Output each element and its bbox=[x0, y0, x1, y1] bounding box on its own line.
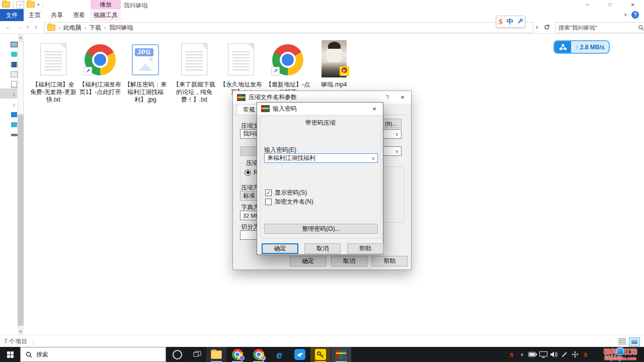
speaker-icon[interactable] bbox=[548, 351, 559, 358]
chevron-down-icon[interactable]: ∨ bbox=[395, 132, 398, 137]
taskbar-edge-button[interactable]: e bbox=[269, 347, 289, 362]
qat-folder-icon[interactable] bbox=[2, 2, 10, 8]
nav-icon-music[interactable]: ♪ bbox=[11, 101, 18, 109]
nav-scrollbar-thumb[interactable] bbox=[18, 42, 24, 115]
explorer-search-input[interactable]: 搜索"我叫哆啦" bbox=[555, 22, 644, 33]
move-handle-icon[interactable] bbox=[570, 351, 580, 358]
qat-newfolder-icon[interactable] bbox=[27, 2, 35, 8]
taskbar-chrome-button-1[interactable] bbox=[227, 347, 248, 362]
xunlei-bird-icon bbox=[294, 349, 305, 360]
refresh-icon[interactable] bbox=[543, 24, 550, 31]
key-icon bbox=[315, 349, 326, 360]
nav-icon-desktop[interactable] bbox=[11, 111, 18, 119]
nav-icon-pictures[interactable] bbox=[11, 70, 18, 78]
file-item[interactable]: 【永久地址发布页】.txt bbox=[218, 40, 264, 96]
show-password-checkbox[interactable]: ✓ 显示密码(S) bbox=[265, 189, 307, 197]
taskbar-xunlei-button[interactable] bbox=[290, 347, 310, 362]
organize-passwords-button[interactable]: 整理密码(O)... bbox=[264, 224, 378, 234]
nav-icon-videos[interactable] bbox=[11, 60, 18, 68]
nav-icon-local-disk[interactable] bbox=[11, 131, 18, 139]
rar-help-button[interactable]: 帮助 bbox=[372, 256, 408, 266]
search-icon bbox=[26, 351, 32, 358]
cloud-upload-widget[interactable]: ↑ 2.8 MB/s bbox=[553, 40, 610, 54]
taskbar-search-input[interactable]: 搜索 bbox=[20, 347, 166, 362]
tab-file[interactable]: 文件 bbox=[0, 9, 24, 21]
password-combo[interactable]: 来福利江湖找福利 ∨ bbox=[264, 153, 378, 163]
dialog-close-icon[interactable]: × bbox=[398, 94, 407, 101]
start-button[interactable] bbox=[0, 347, 20, 362]
password-dialog-titlebar[interactable]: 输入密码 × bbox=[257, 103, 383, 115]
tab-home[interactable]: 主页 bbox=[24, 9, 46, 21]
maximize-button[interactable]: □ bbox=[599, 0, 621, 9]
encrypt-filenames-checkbox[interactable]: 加密文件名(N) bbox=[265, 198, 313, 206]
nav-icon-3d-objects[interactable] bbox=[11, 121, 18, 129]
explorer-icon bbox=[211, 350, 222, 359]
taskbar-explorer-button[interactable] bbox=[206, 347, 226, 362]
file-item[interactable]: ↗ 【福利江湖发布页1】-点此打开 bbox=[77, 40, 123, 96]
forward-icon[interactable]: → bbox=[16, 23, 23, 31]
cortana-button[interactable] bbox=[167, 347, 187, 362]
chevron-down-icon[interactable]: ∨ bbox=[371, 156, 375, 161]
dialog-close-icon[interactable]: × bbox=[370, 105, 379, 113]
sogou-tray-icon[interactable]: S bbox=[506, 351, 517, 358]
sogou-wrench-icon[interactable] bbox=[517, 19, 523, 25]
player-badge-icon: ▶ Play bbox=[340, 66, 349, 76]
breadcrumb-this-pc[interactable]: 此电脑 bbox=[60, 24, 85, 32]
scroll-up-icon[interactable]: ∧ bbox=[18, 34, 24, 41]
file-name: 【来了就能下载的论坛，纯免费！】.txt bbox=[171, 81, 217, 104]
nav-icon-this-pc[interactable] bbox=[11, 40, 18, 48]
qat-properties-icon[interactable]: ✓ bbox=[17, 1, 24, 9]
sogou-tray-icon-2[interactable]: S bbox=[580, 351, 591, 358]
recent-dropdown-icon[interactable]: ∨ bbox=[26, 25, 29, 29]
close-button[interactable]: × bbox=[621, 0, 644, 9]
sogou-chinese-mode[interactable]: 中 bbox=[507, 17, 513, 26]
rar-ok-button[interactable]: 确定 bbox=[290, 256, 326, 266]
address-dropdown-icon[interactable]: ∨ bbox=[535, 25, 539, 30]
up-icon[interactable]: ↑ bbox=[34, 23, 38, 31]
shortcut-arrow-icon: ↗ bbox=[271, 67, 280, 75]
password-help-button[interactable]: 帮助 bbox=[347, 243, 383, 254]
windows-logo-icon bbox=[7, 351, 14, 358]
scroll-down-icon[interactable]: ∨ bbox=[18, 328, 24, 335]
pen-icon[interactable] bbox=[559, 351, 570, 358]
address-box[interactable]: › 此电脑 › 下载 › 我叫哆啦 bbox=[44, 22, 533, 33]
chrome-badge-icon bbox=[239, 355, 245, 360]
back-icon[interactable]: ← bbox=[5, 23, 12, 31]
file-item[interactable]: 【来了就能下载的论坛，纯免费！】.txt bbox=[171, 40, 217, 104]
thumbnail-view-icon[interactable] bbox=[629, 337, 640, 346]
chevron-down-icon[interactable]: ∨ bbox=[395, 149, 398, 154]
tab-view[interactable]: 查看 bbox=[68, 9, 90, 21]
sogou-ime-bar[interactable]: S 中 bbox=[496, 16, 525, 28]
details-view-icon[interactable] bbox=[618, 338, 626, 345]
file-item[interactable]: 【福利江湖】全免费-无套路-更新快.txt bbox=[30, 40, 76, 104]
help-icon[interactable]: ? bbox=[631, 11, 639, 19]
location-folder-icon bbox=[47, 25, 55, 31]
breadcrumb-current[interactable]: 我叫哆啦 bbox=[106, 24, 136, 32]
tab-video-tools[interactable]: 视频工具 bbox=[91, 9, 121, 21]
contextual-tab-header[interactable]: 播放 bbox=[91, 0, 121, 9]
file-item[interactable]: ↗ 【最新地址】-点此打开 bbox=[265, 40, 311, 96]
tray-chevron-up-icon[interactable]: ∧ bbox=[517, 352, 527, 357]
password-ok-button[interactable]: 确定 bbox=[262, 243, 298, 254]
file-item[interactable]: JPG 【解压密码：来福利江湖找福利】.jpg bbox=[122, 40, 169, 104]
nav-icon-teal-folder[interactable] bbox=[11, 50, 18, 58]
minimize-button[interactable]: ─ bbox=[576, 0, 599, 9]
task-view-button[interactable] bbox=[187, 347, 207, 362]
tab-share[interactable]: 共享 bbox=[46, 9, 68, 21]
mouse-logo-icon bbox=[617, 347, 624, 355]
sogou-logo-icon[interactable]: S bbox=[499, 18, 503, 26]
nav-icon-documents[interactable] bbox=[11, 80, 18, 88]
display-icon[interactable] bbox=[538, 351, 548, 358]
file-item[interactable]: ▶ Play 哆啦.mp4 bbox=[311, 40, 357, 88]
taskbar-password-key-button[interactable] bbox=[310, 347, 331, 362]
battery-icon[interactable] bbox=[527, 352, 538, 357]
breadcrumb-downloads[interactable]: 下载 bbox=[86, 24, 104, 32]
password-cancel-button[interactable]: 取消 bbox=[304, 243, 341, 254]
taskbar-chrome-button-2[interactable] bbox=[249, 347, 269, 362]
rar-cancel-button[interactable]: 取消 bbox=[331, 256, 367, 266]
nav-icon-downloads[interactable]: ↓ bbox=[11, 89, 18, 98]
ribbon-collapse-icon[interactable]: ∨ bbox=[624, 12, 627, 17]
dialog-help-icon[interactable]: ? bbox=[384, 94, 391, 101]
taskbar-winrar-button[interactable] bbox=[331, 347, 351, 362]
qat-customize-arrow-icon[interactable]: ▾ bbox=[37, 3, 39, 7]
